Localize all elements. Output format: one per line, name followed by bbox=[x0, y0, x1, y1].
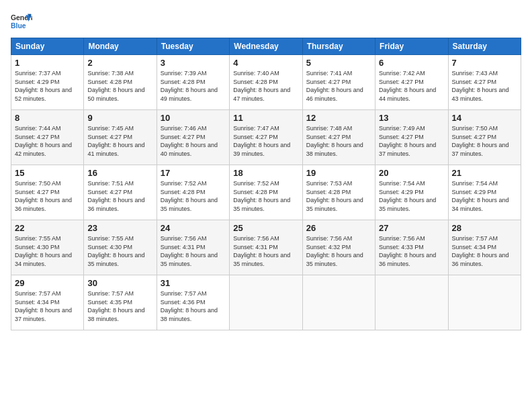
calendar-day-cell: 8 Sunrise: 7:44 AMSunset: 4:27 PMDayligh… bbox=[11, 110, 84, 165]
day-info: Sunrise: 7:52 AMSunset: 4:28 PMDaylight:… bbox=[233, 180, 290, 212]
weekday-header-friday: Friday bbox=[375, 38, 448, 55]
calendar-day-cell: 12 Sunrise: 7:48 AMSunset: 4:27 PMDaylig… bbox=[302, 110, 375, 165]
day-number: 30 bbox=[87, 278, 152, 288]
day-number: 2 bbox=[87, 58, 152, 68]
day-number: 26 bbox=[306, 223, 371, 233]
day-number: 25 bbox=[233, 223, 298, 233]
day-number: 9 bbox=[87, 113, 152, 123]
calendar-day-cell bbox=[302, 275, 375, 330]
calendar-day-cell: 22 Sunrise: 7:55 AMSunset: 4:30 PMDaylig… bbox=[11, 220, 84, 275]
weekday-header-sunday: Sunday bbox=[11, 38, 84, 55]
calendar-day-cell: 30 Sunrise: 7:57 AMSunset: 4:35 PMDaylig… bbox=[84, 275, 157, 330]
calendar-day-cell: 5 Sunrise: 7:41 AMSunset: 4:27 PMDayligh… bbox=[302, 55, 375, 110]
day-info: Sunrise: 7:57 AMSunset: 4:34 PMDaylight:… bbox=[15, 290, 72, 322]
calendar-day-cell: 11 Sunrise: 7:47 AMSunset: 4:27 PMDaylig… bbox=[230, 110, 302, 165]
calendar-week-row: 15 Sunrise: 7:50 AMSunset: 4:27 PMDaylig… bbox=[11, 165, 521, 220]
calendar-week-row: 8 Sunrise: 7:44 AMSunset: 4:27 PMDayligh… bbox=[11, 110, 521, 165]
calendar-day-cell bbox=[448, 275, 521, 330]
day-info: Sunrise: 7:37 AMSunset: 4:29 PMDaylight:… bbox=[15, 70, 72, 102]
day-number: 21 bbox=[452, 168, 517, 178]
day-info: Sunrise: 7:56 AMSunset: 4:33 PMDaylight:… bbox=[379, 235, 436, 267]
day-info: Sunrise: 7:51 AMSunset: 4:27 PMDaylight:… bbox=[87, 180, 144, 212]
day-number: 22 bbox=[15, 223, 80, 233]
day-number: 19 bbox=[306, 168, 371, 178]
day-number: 8 bbox=[15, 113, 80, 123]
day-info: Sunrise: 7:47 AMSunset: 4:27 PMDaylight:… bbox=[233, 125, 290, 157]
calendar-day-cell: 4 Sunrise: 7:40 AMSunset: 4:28 PMDayligh… bbox=[230, 55, 302, 110]
day-info: Sunrise: 7:39 AMSunset: 4:28 PMDaylight:… bbox=[161, 70, 218, 102]
day-info: Sunrise: 7:50 AMSunset: 4:27 PMDaylight:… bbox=[15, 180, 72, 212]
day-info: Sunrise: 7:42 AMSunset: 4:27 PMDaylight:… bbox=[379, 70, 436, 102]
calendar-day-cell: 29 Sunrise: 7:57 AMSunset: 4:34 PMDaylig… bbox=[11, 275, 84, 330]
day-info: Sunrise: 7:54 AMSunset: 4:29 PMDaylight:… bbox=[452, 180, 509, 212]
day-number: 24 bbox=[161, 223, 226, 233]
day-number: 10 bbox=[161, 113, 226, 123]
calendar-day-cell: 7 Sunrise: 7:43 AMSunset: 4:27 PMDayligh… bbox=[448, 55, 521, 110]
day-number: 16 bbox=[87, 168, 152, 178]
weekday-header-thursday: Thursday bbox=[302, 38, 375, 55]
day-number: 3 bbox=[161, 58, 226, 68]
header: General Blue bbox=[11, 11, 521, 32]
day-info: Sunrise: 7:54 AMSunset: 4:29 PMDaylight:… bbox=[379, 180, 436, 212]
day-number: 31 bbox=[161, 278, 226, 288]
day-number: 14 bbox=[452, 113, 517, 123]
day-number: 4 bbox=[233, 58, 298, 68]
day-number: 23 bbox=[87, 223, 152, 233]
day-number: 11 bbox=[233, 113, 298, 123]
day-info: Sunrise: 7:53 AMSunset: 4:28 PMDaylight:… bbox=[306, 180, 363, 212]
calendar-day-cell: 16 Sunrise: 7:51 AMSunset: 4:27 PMDaylig… bbox=[84, 165, 157, 220]
day-info: Sunrise: 7:55 AMSunset: 4:30 PMDaylight:… bbox=[15, 235, 72, 267]
calendar-day-cell: 24 Sunrise: 7:56 AMSunset: 4:31 PMDaylig… bbox=[157, 220, 229, 275]
day-info: Sunrise: 7:45 AMSunset: 4:27 PMDaylight:… bbox=[87, 125, 144, 157]
calendar-day-cell: 15 Sunrise: 7:50 AMSunset: 4:27 PMDaylig… bbox=[11, 165, 84, 220]
calendar-table: SundayMondayTuesdayWednesdayThursdayFrid… bbox=[11, 38, 521, 330]
day-number: 28 bbox=[452, 223, 517, 233]
weekday-header-saturday: Saturday bbox=[448, 38, 521, 55]
calendar-week-row: 22 Sunrise: 7:55 AMSunset: 4:30 PMDaylig… bbox=[11, 220, 521, 275]
calendar-day-cell: 3 Sunrise: 7:39 AMSunset: 4:28 PMDayligh… bbox=[157, 55, 229, 110]
calendar-day-cell bbox=[230, 275, 302, 330]
calendar-day-cell: 1 Sunrise: 7:37 AMSunset: 4:29 PMDayligh… bbox=[11, 55, 84, 110]
day-info: Sunrise: 7:57 AMSunset: 4:34 PMDaylight:… bbox=[452, 235, 509, 267]
calendar-day-cell: 9 Sunrise: 7:45 AMSunset: 4:27 PMDayligh… bbox=[84, 110, 157, 165]
calendar-body: 1 Sunrise: 7:37 AMSunset: 4:29 PMDayligh… bbox=[11, 55, 521, 330]
calendar-day-cell: 2 Sunrise: 7:38 AMSunset: 4:28 PMDayligh… bbox=[84, 55, 157, 110]
day-number: 6 bbox=[379, 58, 444, 68]
weekday-header-tuesday: Tuesday bbox=[157, 38, 229, 55]
day-number: 18 bbox=[233, 168, 298, 178]
calendar-header-row: SundayMondayTuesdayWednesdayThursdayFrid… bbox=[11, 38, 521, 55]
day-number: 5 bbox=[306, 58, 371, 68]
day-info: Sunrise: 7:57 AMSunset: 4:35 PMDaylight:… bbox=[87, 290, 144, 322]
day-info: Sunrise: 7:57 AMSunset: 4:36 PMDaylight:… bbox=[161, 290, 218, 322]
day-info: Sunrise: 7:38 AMSunset: 4:28 PMDaylight:… bbox=[87, 70, 144, 102]
calendar-day-cell bbox=[375, 275, 448, 330]
calendar-day-cell: 26 Sunrise: 7:56 AMSunset: 4:32 PMDaylig… bbox=[302, 220, 375, 275]
day-info: Sunrise: 7:52 AMSunset: 4:28 PMDaylight:… bbox=[161, 180, 218, 212]
day-info: Sunrise: 7:56 AMSunset: 4:31 PMDaylight:… bbox=[161, 235, 218, 267]
day-number: 13 bbox=[379, 113, 444, 123]
calendar-day-cell: 21 Sunrise: 7:54 AMSunset: 4:29 PMDaylig… bbox=[448, 165, 521, 220]
calendar-day-cell: 31 Sunrise: 7:57 AMSunset: 4:36 PMDaylig… bbox=[157, 275, 229, 330]
weekday-header-monday: Monday bbox=[84, 38, 157, 55]
calendar-week-row: 29 Sunrise: 7:57 AMSunset: 4:34 PMDaylig… bbox=[11, 275, 521, 330]
day-info: Sunrise: 7:48 AMSunset: 4:27 PMDaylight:… bbox=[306, 125, 363, 157]
day-number: 1 bbox=[15, 58, 80, 68]
calendar-day-cell: 14 Sunrise: 7:50 AMSunset: 4:27 PMDaylig… bbox=[448, 110, 521, 165]
logo: General Blue bbox=[11, 11, 32, 32]
day-info: Sunrise: 7:55 AMSunset: 4:30 PMDaylight:… bbox=[87, 235, 144, 267]
calendar-week-row: 1 Sunrise: 7:37 AMSunset: 4:29 PMDayligh… bbox=[11, 55, 521, 110]
day-info: Sunrise: 7:46 AMSunset: 4:27 PMDaylight:… bbox=[161, 125, 218, 157]
day-number: 20 bbox=[379, 168, 444, 178]
calendar-day-cell: 28 Sunrise: 7:57 AMSunset: 4:34 PMDaylig… bbox=[448, 220, 521, 275]
calendar-day-cell: 25 Sunrise: 7:56 AMSunset: 4:31 PMDaylig… bbox=[230, 220, 302, 275]
calendar-day-cell: 20 Sunrise: 7:54 AMSunset: 4:29 PMDaylig… bbox=[375, 165, 448, 220]
calendar-day-cell: 13 Sunrise: 7:49 AMSunset: 4:27 PMDaylig… bbox=[375, 110, 448, 165]
day-number: 7 bbox=[452, 58, 517, 68]
day-info: Sunrise: 7:56 AMSunset: 4:32 PMDaylight:… bbox=[306, 235, 363, 267]
calendar-day-cell: 6 Sunrise: 7:42 AMSunset: 4:27 PMDayligh… bbox=[375, 55, 448, 110]
day-number: 17 bbox=[161, 168, 226, 178]
day-number: 12 bbox=[306, 113, 371, 123]
calendar-day-cell: 17 Sunrise: 7:52 AMSunset: 4:28 PMDaylig… bbox=[157, 165, 229, 220]
day-info: Sunrise: 7:50 AMSunset: 4:27 PMDaylight:… bbox=[452, 125, 509, 157]
day-info: Sunrise: 7:41 AMSunset: 4:27 PMDaylight:… bbox=[306, 70, 363, 102]
